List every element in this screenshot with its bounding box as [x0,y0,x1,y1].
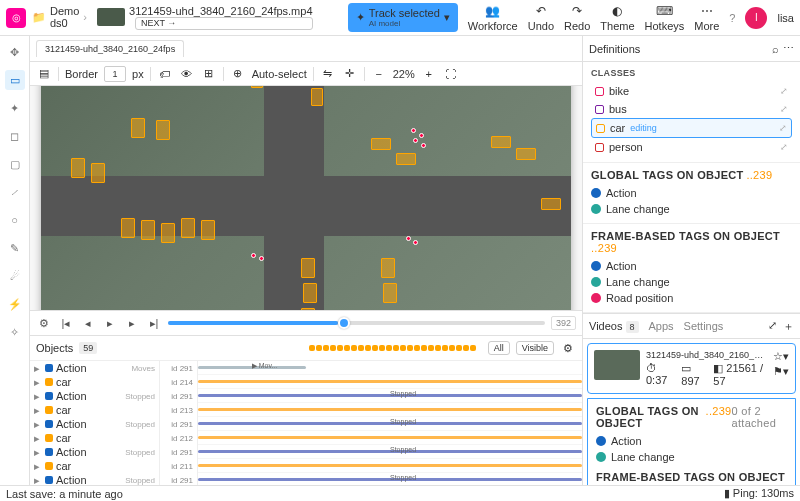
flip-icon[interactable]: ⇋ [320,66,336,82]
bbox[interactable] [383,283,397,303]
bbox[interactable] [141,220,155,240]
point[interactable] [413,138,418,143]
timeline-track[interactable] [168,321,545,325]
pan-tool[interactable]: ✦ [5,98,25,118]
bbox[interactable] [311,88,323,106]
object-row[interactable]: ▸ActionStopped [30,417,159,431]
tag-row[interactable]: Lane change [596,449,787,465]
bbox[interactable] [201,220,215,240]
layers-icon[interactable]: ▤ [36,66,52,82]
current-video-card[interactable]: 3121459-uhd_3840_2160_24fps.mp4 ⏱ 0:37 ▭… [587,343,796,394]
bc-folder[interactable]: Demo [50,5,79,17]
tab-settings[interactable]: Settings [684,320,724,332]
bbox[interactable] [121,218,135,238]
bolt-tool[interactable]: ⚡ [5,294,25,314]
class-bike[interactable]: bike⤢ [591,82,792,100]
tag-row[interactable]: Lane change [591,201,792,217]
select-tool[interactable]: ▭ [5,70,25,90]
canvas-area[interactable] [30,86,582,310]
top-theme[interactable]: ◐Theme [600,3,634,32]
class-car[interactable]: carediting⤢ [591,118,792,138]
bbox[interactable] [71,158,85,178]
bbox[interactable] [156,120,170,140]
bc-file[interactable]: 3121459-uhd_3840_2160_24fps.mp4 [129,5,313,17]
tag-row[interactable]: Action [591,258,792,274]
grid-icon[interactable]: ⊞ [201,66,217,82]
next-button[interactable]: NEXT → [135,17,313,31]
search-icon[interactable]: ⌕ [772,43,779,55]
top-redo[interactable]: ↷Redo [564,3,590,32]
object-row[interactable]: ▸car [30,403,159,417]
top-hotkeys[interactable]: ⌨Hotkeys [645,3,685,32]
border-input[interactable] [104,66,126,82]
point[interactable] [259,256,264,261]
brush-tool[interactable]: ✎ [5,238,25,258]
bbox[interactable] [251,86,263,88]
star-icon[interactable]: ☆▾ [773,350,789,363]
timeline-handle[interactable] [338,317,350,329]
bbox[interactable] [181,218,195,238]
object-row[interactable]: ▸ActionMoves [30,361,159,375]
bbox-tool[interactable]: ◻ [5,126,25,146]
tag-row[interactable]: Action [596,433,787,449]
target-icon[interactable]: ⊕ [230,66,246,82]
bbox[interactable] [91,163,105,183]
flag-icon[interactable]: ⚑▾ [773,365,789,378]
bbox[interactable] [303,283,317,303]
point[interactable] [419,133,424,138]
avatar[interactable]: l [745,7,767,29]
top-undo[interactable]: ↶Undo [528,3,554,32]
zoom-out-icon[interactable]: − [371,66,387,82]
video-frame[interactable] [41,86,571,310]
rect-tool[interactable]: ▢ [5,154,25,174]
tag-row[interactable]: Road position [591,290,792,306]
bbox[interactable] [541,198,561,210]
play-button[interactable]: ▸ [102,315,118,331]
point[interactable] [251,253,256,258]
tag-icon[interactable]: 🏷 [157,66,173,82]
polyline-tool[interactable]: ⟋ [5,182,25,202]
top-workforce[interactable]: 👥Workforce [468,3,518,32]
top-more[interactable]: ⋯More [694,3,719,32]
bbox[interactable] [301,258,315,278]
settings-icon[interactable]: ⚙ [36,315,52,331]
wand-tool[interactable]: ☄ [5,266,25,286]
help-icon[interactable]: ? [729,12,735,24]
bc-dataset[interactable]: ds0 [50,17,79,29]
filter-visible[interactable]: Visible [516,341,554,355]
crosshair-icon[interactable]: ✛ [342,66,358,82]
tab-apps[interactable]: Apps [649,320,674,332]
filter-icon[interactable]: ⚙ [560,340,576,356]
bbox[interactable] [516,148,536,160]
point[interactable] [411,128,416,133]
eye-icon[interactable]: 👁 [179,66,195,82]
point[interactable] [406,236,411,241]
bbox[interactable] [396,153,416,165]
more-icon[interactable]: ⋯ [783,42,794,55]
tag-row[interactable]: Action [591,185,792,201]
plus-icon[interactable]: ＋ [783,319,794,334]
class-person[interactable]: person⤢ [591,138,792,156]
tag-row[interactable]: Lane change [591,274,792,290]
bbox[interactable] [491,136,511,148]
bbox[interactable] [161,223,175,243]
point-tool[interactable]: ○ [5,210,25,230]
zoom-in-icon[interactable]: + [421,66,437,82]
expand-icon[interactable]: ⤢ [768,319,777,334]
prev-frame-button[interactable]: ◂ [80,315,96,331]
track-selected-button[interactable]: ✦ Track selectedAI model ▾ [348,3,458,32]
point[interactable] [413,240,418,245]
logo[interactable]: ◎ [6,8,26,28]
tab-videos[interactable]: Videos 8 [589,320,639,332]
user-name[interactable]: lisa [777,12,794,24]
last-frame-button[interactable]: ▸| [146,315,162,331]
point[interactable] [421,143,426,148]
object-row[interactable]: ▸car [30,431,159,445]
first-frame-button[interactable]: |◂ [58,315,74,331]
class-bus[interactable]: bus⤢ [591,100,792,118]
object-row[interactable]: ▸ActionStopped [30,473,159,485]
object-row[interactable]: ▸car [30,459,159,473]
move-tool[interactable]: ✥ [5,42,25,62]
object-row[interactable]: ▸ActionStopped [30,389,159,403]
object-row[interactable]: ▸ActionStopped [30,445,159,459]
